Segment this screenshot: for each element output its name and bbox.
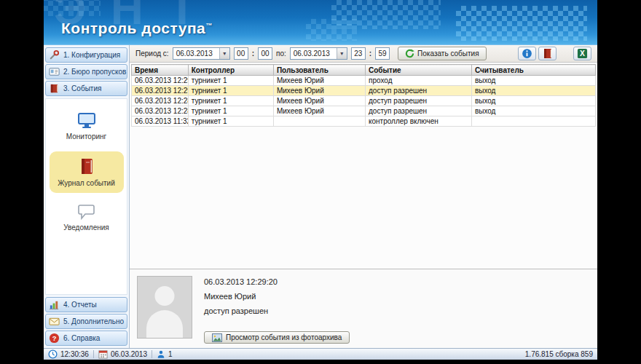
date-from-select[interactable]: 06.03.2013 ▾	[173, 47, 230, 60]
table-row[interactable]: 06.03.2013 11:32:38 турникет 1 контролле…	[132, 116, 596, 127]
status-time: 12:30:36	[48, 349, 89, 359]
table-row[interactable]: 06.03.2013 12:29:21 турникет 1 Михеев Юр…	[132, 76, 596, 86]
cell-reader: выход	[471, 106, 595, 116]
detail-datetime: 06.03.2013 12:29:20	[204, 277, 350, 286]
user-photo-placeholder	[137, 276, 192, 339]
status-version: 1.76.815 сборка 859	[525, 350, 593, 358]
tools-icon	[49, 50, 60, 60]
sidebar-section-label: 2. Бюро пропусков	[63, 68, 126, 76]
silhouette-body	[146, 310, 183, 339]
cell-user	[273, 116, 365, 127]
clock-icon	[48, 349, 58, 359]
red-book-icon	[543, 48, 553, 59]
sidebar-item-label: Уведомления	[63, 223, 109, 232]
mail-icon	[49, 316, 60, 327]
sidebar-section-events[interactable]: 3. События	[45, 81, 127, 96]
date-to-value: 06.03.2013	[294, 50, 334, 58]
cell-controller: турникет 1	[188, 96, 273, 106]
status-users-value: 1	[168, 350, 173, 358]
journal-icon	[79, 157, 95, 175]
event-detail-info: 06.03.2013 12:29:20 Михеев Юрий доступ р…	[204, 276, 350, 344]
chevron-down-icon[interactable]: ▾	[337, 48, 347, 59]
events-table: Время Контроллер Пользователь Событие Сч…	[131, 64, 596, 127]
cell-time: 06.03.2013 12:28:39	[132, 96, 189, 106]
date-from-value: 06.03.2013	[176, 50, 217, 58]
sidebar-section-label: 3. События	[63, 84, 101, 92]
sidebar-item-label: Журнал событий	[58, 179, 115, 187]
app-title: Контроль доступа™	[61, 20, 213, 37]
cell-event: доступ разрешен	[366, 96, 472, 106]
detail-user: Михеев Юрий	[204, 292, 350, 301]
to-hours-input[interactable]: 23	[351, 47, 366, 60]
sidebar-section-help[interactable]: ? 6. Справка	[45, 331, 127, 346]
monitor-icon	[77, 112, 96, 129]
cell-time: 06.03.2013 12:29:21	[132, 76, 189, 86]
cell-reader: выход	[471, 86, 595, 96]
time-colon: :	[369, 50, 371, 58]
show-events-button[interactable]: Показать события	[398, 47, 486, 60]
photo-archive-button[interactable]: Просмотр события из фотоархива	[204, 331, 350, 344]
cell-controller: турникет 1	[188, 86, 273, 96]
sidebar-item-notifications[interactable]: Уведомления	[50, 198, 124, 237]
silhouette-head	[155, 286, 175, 306]
sidebar-section-pass-bureau[interactable]: 2. Бюро пропусков	[45, 64, 127, 79]
column-header-controller[interactable]: Контроллер	[188, 65, 273, 76]
sidebar-section-label: 6. Справка	[63, 334, 100, 342]
sidebar-section-reports[interactable]: 4. Отчеты	[45, 297, 127, 312]
events-book-icon	[49, 83, 60, 94]
sidebar-section-additional[interactable]: 5. Дополнительно	[45, 314, 127, 329]
cell-time: 06.03.2013 11:32:38	[132, 116, 189, 127]
sidebar-section-label: 1. Конфигурация	[63, 51, 120, 59]
cell-user: Михеев Юрий	[273, 96, 365, 106]
status-separator	[152, 350, 152, 358]
table-row[interactable]: 06.03.2013 12:28:20 турникет 1 Михеев Юр…	[132, 106, 596, 116]
trademark-symbol: ™	[205, 22, 213, 29]
from-hours-input[interactable]: 00	[234, 47, 248, 60]
cell-controller: турникет 1	[188, 116, 273, 127]
status-time-value: 12:30:36	[60, 350, 89, 358]
calendar-icon	[98, 349, 108, 359]
show-events-label: Показать события	[417, 50, 479, 58]
chevron-down-icon[interactable]: ▾	[219, 48, 229, 59]
events-subpanel: Мониторинг Журнал событий Уведомления	[45, 98, 127, 295]
decor-pixels	[456, 6, 587, 41]
table-header-row: Время Контроллер Пользователь Событие Сч…	[132, 65, 596, 76]
photo-archive-label: Просмотр события из фотоархива	[226, 333, 342, 341]
sidebar-section-label: 4. Отчеты	[63, 301, 97, 309]
excel-export-button[interactable]: X	[573, 47, 591, 60]
table-row[interactable]: 06.03.2013 12:28:39 турникет 1 Михеев Юр…	[132, 96, 596, 106]
from-minutes-input[interactable]: 00	[258, 47, 272, 60]
column-header-event[interactable]: Событие	[366, 65, 472, 76]
to-minutes-input[interactable]: 59	[375, 47, 390, 60]
column-header-time[interactable]: Время	[132, 65, 189, 76]
cell-event: доступ разрешен	[366, 106, 472, 116]
cell-time: 06.03.2013 12:28:20	[132, 106, 189, 116]
info-button[interactable]	[518, 47, 536, 60]
log-book-button[interactable]	[538, 47, 557, 60]
cell-event: контроллер включен	[366, 116, 472, 127]
sidebar-section-configuration[interactable]: 1. Конфигурация	[45, 47, 127, 63]
content-area: Период с: 06.03.2013 ▾ 00 : 00 по: 06.03…	[130, 45, 597, 348]
table-row-selected[interactable]: 06.03.2013 12:29:20 турникет 1 Михеев Юр…	[132, 86, 596, 96]
event-detail-panel: 06.03.2013 12:29:20 Михеев Юрий доступ р…	[130, 269, 597, 348]
sidebar-item-event-log[interactable]: Журнал событий	[50, 151, 124, 193]
photo-icon	[212, 333, 222, 342]
column-header-reader[interactable]: Считыватель	[471, 65, 595, 76]
time-colon: :	[252, 50, 254, 58]
sidebar-item-monitoring[interactable]: Мониторинг	[50, 106, 124, 146]
status-date: 06.03.2013	[98, 349, 147, 359]
help-icon: ?	[49, 333, 60, 344]
period-from-label: Период с:	[135, 50, 169, 58]
status-version-value: 1.76.815 сборка 859	[525, 350, 593, 358]
main-layout: 1. Конфигурация 2. Бюро пропусков 3. Соб…	[44, 45, 597, 348]
column-header-user[interactable]: Пользователь	[273, 65, 365, 76]
svg-text:X: X	[580, 50, 585, 58]
filter-toolbar: Период с: 06.03.2013 ▾ 00 : 00 по: 06.03…	[130, 45, 597, 63]
app-title-text: Контроль доступа	[61, 20, 205, 36]
cell-reader	[471, 116, 595, 127]
reports-chart-icon	[49, 299, 60, 310]
date-to-select[interactable]: 06.03.2013 ▾	[290, 47, 347, 60]
cell-user: Михеев Юрий	[273, 86, 365, 96]
sidebar-section-label: 5. Дополнительно	[63, 317, 124, 325]
cell-event: доступ разрешен	[366, 86, 472, 96]
